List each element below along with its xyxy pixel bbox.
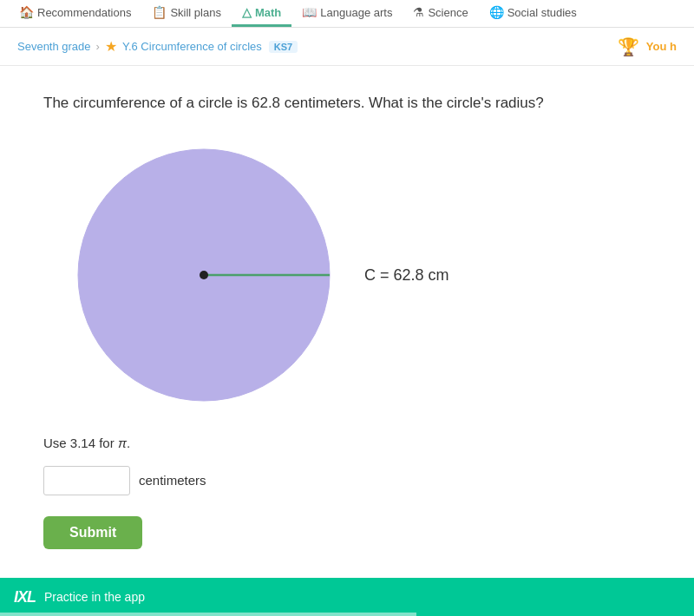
answer-row: centimeters bbox=[43, 466, 651, 495]
circle-svg bbox=[69, 141, 338, 410]
ixl-logo: IXL bbox=[14, 588, 36, 606]
circle-diagram bbox=[69, 141, 338, 410]
radius-input[interactable] bbox=[43, 466, 130, 495]
nav-social-studies[interactable]: 🌐 Social studies bbox=[479, 0, 587, 27]
nav-science[interactable]: ⚗ Science bbox=[403, 0, 478, 27]
breadcrumb: Seventh grade › ★ Y.6 Circumference of c… bbox=[0, 28, 694, 66]
submit-button[interactable]: Submit bbox=[43, 516, 142, 549]
pi-symbol: π bbox=[118, 436, 127, 450]
top-navigation: 🏠 Recommendations 📋 Skill plans △ Math 📖… bbox=[0, 0, 694, 28]
breadcrumb-star-icon: ★ bbox=[105, 38, 117, 55]
breadcrumb-skill: Y.6 Circumference of circles bbox=[122, 40, 262, 53]
user-label: You h bbox=[646, 40, 677, 53]
nav-skill-plans[interactable]: 📋 Skill plans bbox=[141, 0, 232, 27]
pi-hint-before: Use 3.14 for bbox=[43, 436, 118, 450]
main-content: The circumference of a circle is 62.8 ce… bbox=[0, 66, 694, 575]
nav-language-arts[interactable]: 📖 Language arts bbox=[291, 0, 403, 27]
recommendations-icon: 🏠 bbox=[19, 5, 34, 19]
question-text: The circumference of a circle is 62.8 ce… bbox=[43, 92, 651, 115]
social-studies-icon: 🌐 bbox=[489, 5, 504, 19]
breadcrumb-grade[interactable]: Seventh grade bbox=[17, 40, 91, 53]
bottom-bar: IXL Practice in the app bbox=[0, 578, 694, 616]
science-icon: ⚗ bbox=[413, 5, 424, 19]
language-arts-icon: 📖 bbox=[302, 5, 317, 19]
skill-plans-icon: 📋 bbox=[152, 5, 167, 19]
breadcrumb-separator: › bbox=[96, 40, 100, 53]
svg-point-2 bbox=[200, 271, 208, 279]
diagram-area: C = 62.8 cm bbox=[43, 141, 651, 410]
nav-recommendations[interactable]: 🏠 Recommendations bbox=[9, 0, 141, 27]
trophy-icon: 🏆 bbox=[618, 36, 639, 57]
bottom-progress-bar bbox=[0, 613, 416, 616]
user-area: 🏆 You h bbox=[618, 36, 677, 57]
pi-hint: Use 3.14 for π. bbox=[43, 436, 651, 450]
math-icon: △ bbox=[242, 5, 252, 19]
circumference-label: C = 62.8 cm bbox=[364, 265, 449, 284]
bottom-bar-text: Practice in the app bbox=[44, 590, 145, 604]
nav-math[interactable]: △ Math bbox=[232, 0, 291, 27]
pi-hint-after: . bbox=[127, 436, 130, 450]
unit-label: centimeters bbox=[139, 473, 206, 488]
skill-badge: KS7 bbox=[269, 41, 298, 53]
